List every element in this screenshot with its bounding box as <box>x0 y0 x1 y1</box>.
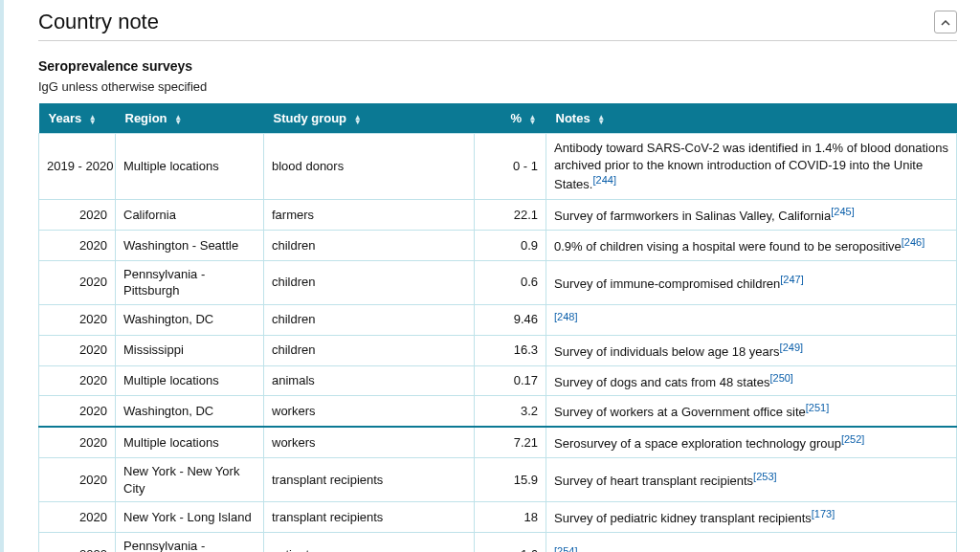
table-row: 2020Washington, DCchildren9.46[248] <box>39 304 957 335</box>
reference-link[interactable]: [246] <box>902 236 924 248</box>
cell-years: 2020 <box>39 427 116 457</box>
col-pct-label: % <box>510 111 522 125</box>
col-study-group[interactable]: Study group ▲▼ <box>264 103 475 134</box>
col-notes-label: Notes <box>556 111 590 125</box>
table-row: 2020Multiple locationsworkers7.21Serosur… <box>39 427 957 457</box>
sort-icon: ▲▼ <box>529 115 537 124</box>
table-row: 2020Californiafarmers22.1Survey of farmw… <box>39 199 957 230</box>
note-text: Survey of immune-compromised children <box>554 276 780 291</box>
cell-region: Mississippi <box>116 335 264 365</box>
cell-region: New York - New York City <box>116 458 264 502</box>
cell-years: 2020 <box>39 365 116 396</box>
cell-years: 2020 <box>39 396 116 427</box>
cell-region: Multiple locations <box>116 134 264 200</box>
collapse-button[interactable] <box>934 11 957 33</box>
cell-percent: 18 <box>475 502 546 533</box>
cell-study-group: children <box>264 230 475 260</box>
sort-icon: ▲▼ <box>89 115 97 124</box>
table-subnote: IgG unless otherwise specified <box>38 79 957 94</box>
reference-link[interactable]: [247] <box>780 274 803 285</box>
cell-percent: 16.3 <box>475 335 546 365</box>
cell-study-group: workers <box>264 427 475 457</box>
cell-study-group: workers <box>264 396 475 427</box>
page: Country note Seroprevalence surveys IgG … <box>0 0 980 552</box>
col-percent[interactable]: % ▲▼ <box>475 103 546 134</box>
cell-region: Washington, DC <box>116 304 264 335</box>
cell-percent: 0 - 1 <box>475 134 546 200</box>
sort-icon: ▲▼ <box>597 115 605 124</box>
cell-region: California <box>116 199 264 230</box>
note-text: Survey of farmworkers in Salinas Valley,… <box>554 209 831 223</box>
cell-notes: Survey of individuals below age 18 years… <box>546 335 957 365</box>
cell-years: 2020 <box>39 199 116 230</box>
chevron-up-icon <box>941 15 950 29</box>
cell-region: Multiple locations <box>116 365 264 396</box>
cell-percent: 0.17 <box>475 365 546 396</box>
cell-study-group: transplant recipients <box>264 458 475 502</box>
sort-icon: ▲▼ <box>354 115 362 124</box>
col-region[interactable]: Region ▲▼ <box>116 103 264 134</box>
cell-study-group: patients - cancer <box>264 533 475 552</box>
table-header-row: Years ▲▼ Region ▲▼ Study group ▲▼ % ▲▼ N… <box>39 103 957 134</box>
cell-region: Multiple locations <box>116 427 264 457</box>
table-row: 2020Pennsylvania - Pittsburghchildren0.6… <box>39 260 957 304</box>
col-group-label: Study group <box>274 111 347 125</box>
cell-region: Washington - Seattle <box>116 230 264 260</box>
cell-percent: 0.6 <box>475 260 546 304</box>
cell-notes: Survey of heart transplant recipients[25… <box>546 458 957 502</box>
col-notes[interactable]: Notes ▲▼ <box>546 103 957 134</box>
note-text: Survey of pediatric kidney transplant re… <box>554 512 812 526</box>
note-text: Survey of individuals below age 18 years <box>554 344 780 359</box>
cell-percent: 3.2 <box>475 396 546 427</box>
cell-notes: Survey of dogs and cats from 48 states[2… <box>546 365 957 396</box>
cell-study-group: blood donors <box>264 134 475 200</box>
seroprevalence-table: Years ▲▼ Region ▲▼ Study group ▲▼ % ▲▼ N… <box>38 103 957 552</box>
table-row: 2020Pennsylvania - Philadelphiapatients … <box>39 533 957 552</box>
cell-years: 2020 <box>39 458 116 502</box>
cell-percent: 15.9 <box>475 458 546 502</box>
cell-study-group: children <box>264 335 475 365</box>
cell-percent: 7.21 <box>475 427 546 457</box>
cell-percent: 0.9 <box>475 230 546 260</box>
table-row: 2020Multiple locationsanimals0.17Survey … <box>39 365 957 396</box>
table-caption: Seroprevalence surveys <box>38 58 957 74</box>
reference-link[interactable]: [251] <box>806 402 829 413</box>
col-years-label: Years <box>49 111 82 125</box>
cell-years: 2019 - 2020 <box>39 134 116 200</box>
reference-link[interactable]: [245] <box>831 206 854 217</box>
cell-notes: 0.9% of children vising a hospital were … <box>546 230 957 260</box>
note-text: Survey of workers at a Government office… <box>554 406 806 420</box>
reference-link[interactable]: [250] <box>769 372 792 384</box>
table-row: 2020Washington, DCworkers3.2Survey of wo… <box>39 396 957 427</box>
note-text: Survey of heart transplant recipients <box>554 475 753 489</box>
cell-region: Pennsylvania - Pittsburgh <box>116 260 264 304</box>
reference-link[interactable]: [252] <box>841 433 864 445</box>
reference-link[interactable]: [244] <box>592 174 615 186</box>
reference-link[interactable]: [248] <box>554 311 577 322</box>
note-text: Serosurvey of a space exploration techno… <box>554 437 841 452</box>
note-text: Survey of dogs and cats from 48 states <box>554 375 769 389</box>
table-row: 2020Mississippichildren16.3Survey of ind… <box>39 335 957 365</box>
cell-years: 2020 <box>39 304 116 335</box>
reference-link[interactable]: [254] <box>554 545 577 552</box>
cell-years: 2020 <box>39 502 116 533</box>
section-title: Country note <box>38 10 159 34</box>
cell-region: New York - Long Island <box>116 502 264 533</box>
cell-region: Pennsylvania - Philadelphia <box>116 533 264 552</box>
cell-region: Washington, DC <box>116 396 264 427</box>
cell-years: 2020 <box>39 230 116 260</box>
cell-notes: Survey of farmworkers in Salinas Valley,… <box>546 199 957 230</box>
cell-percent: 9.46 <box>475 304 546 335</box>
col-years[interactable]: Years ▲▼ <box>39 103 116 134</box>
table-row: 2020New York - Long Islandtransplant rec… <box>39 502 957 533</box>
reference-link[interactable]: [173] <box>812 508 835 519</box>
cell-notes: Serosurvey of a space exploration techno… <box>546 427 957 457</box>
table-row: 2019 - 2020Multiple locationsblood donor… <box>39 134 957 200</box>
reference-link[interactable]: [253] <box>753 471 776 482</box>
reference-link[interactable]: [249] <box>780 342 803 353</box>
cell-study-group: transplant recipients <box>264 502 475 533</box>
cell-notes: Survey of immune-compromised children[24… <box>546 260 957 304</box>
table-body: 2019 - 2020Multiple locationsblood donor… <box>39 134 957 553</box>
cell-study-group: children <box>264 304 475 335</box>
cell-years: 2020 <box>39 260 116 304</box>
